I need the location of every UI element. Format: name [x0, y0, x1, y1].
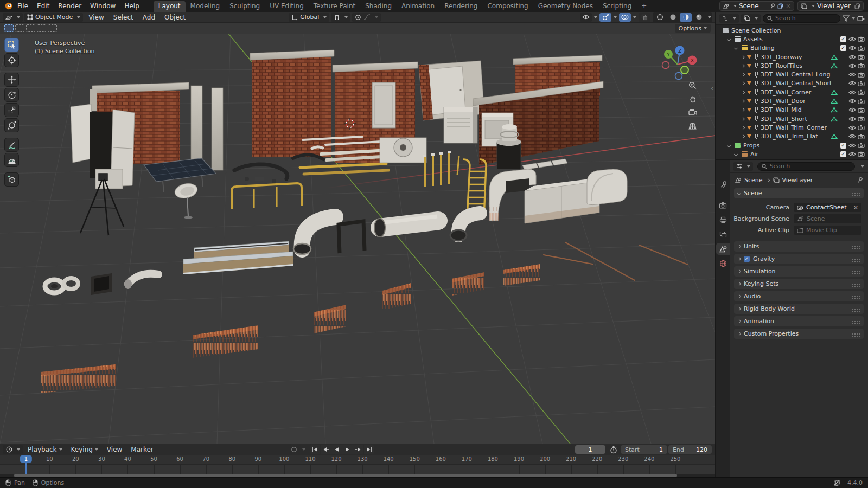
sidebar-collapse-arrow[interactable]: ‹	[711, 85, 713, 92]
outliner-row[interactable]: 3DT_Wall_Central_Short ✓	[716, 79, 868, 88]
collapse-chevron[interactable]	[734, 152, 738, 156]
ortho-toggle-button[interactable]	[686, 120, 699, 132]
hide-eye-icon[interactable]	[848, 125, 856, 130]
copy-scene-icon[interactable]	[777, 3, 783, 9]
dark-open-box[interactable]	[91, 273, 112, 295]
breadcrumb-viewlayer[interactable]: ViewLayer	[782, 177, 813, 184]
pipe-elbow-large[interactable]	[450, 213, 480, 241]
outliner-row[interactable]: Building ✓	[716, 44, 868, 53]
concrete-pillars[interactable]	[191, 86, 223, 170]
workspace-tab[interactable]: Layout	[154, 1, 186, 12]
properties-panel-header[interactable]: Keying Sets	[734, 279, 864, 289]
outliner-row[interactable]: 3DT_Wall_Mid ✓	[716, 106, 868, 114]
workspace-tab[interactable]: Scripting	[598, 1, 636, 12]
timeline-editor-type-button[interactable]	[3, 445, 23, 454]
tab-viewlayer[interactable]	[716, 228, 730, 240]
hide-eye-icon[interactable]	[848, 55, 856, 60]
outliner-row[interactable]: 3DT_Wall_Short ✓	[716, 114, 868, 123]
select-mode-subtract[interactable]	[26, 24, 35, 32]
disable-render-icon[interactable]	[858, 134, 865, 139]
pin-icon[interactable]	[857, 177, 863, 183]
workspace-tab[interactable]: Compositing	[482, 1, 533, 12]
play-reverse-button[interactable]	[331, 445, 342, 454]
roof-fan-unit[interactable]	[380, 138, 426, 163]
outliner-row[interactable]: 3DT_Wall_Trim_Flat ✓	[716, 132, 868, 141]
select-mode-intersect[interactable]	[48, 24, 57, 32]
disable-render-icon[interactable]	[858, 63, 865, 68]
properties-panel-header[interactable]: Custom Properties	[734, 329, 864, 339]
timeline-menu[interactable]: View	[103, 446, 126, 453]
rotate-tool[interactable]	[4, 88, 19, 102]
transform-orientation-dropdown[interactable]: Global	[289, 13, 329, 22]
add-cube-tool[interactable]	[4, 172, 19, 187]
disable-render-icon[interactable]	[858, 99, 865, 104]
disable-render-icon[interactable]	[858, 107, 865, 113]
hide-eye-icon[interactable]	[848, 143, 856, 148]
tab-scene[interactable]	[716, 243, 730, 255]
outliner-row[interactable]: 3DT_Wall_Corner ✓	[716, 88, 868, 97]
collapse-chevron[interactable]	[727, 37, 731, 41]
current-frame-badge[interactable]: 1	[20, 455, 32, 463]
disable-render-icon[interactable]	[858, 125, 865, 130]
exclude-checkbox[interactable]: ✓	[840, 45, 846, 51]
disable-render-icon[interactable]	[858, 151, 865, 157]
gizmo-x-neg[interactable]	[662, 62, 669, 69]
pipe-rings[interactable]	[45, 278, 78, 293]
topbar-menu[interactable]: Edit	[33, 1, 54, 11]
outliner-row[interactable]: 3DT_Wall_Trim_Corner ✓	[716, 123, 868, 132]
disable-render-icon[interactable]	[858, 81, 865, 86]
scene-panel-header[interactable]: Scene	[734, 188, 864, 198]
jump-to-end-button[interactable]	[364, 445, 374, 454]
properties-panel-header[interactable]: Animation	[734, 316, 864, 326]
add-workspace-button[interactable]: +	[636, 1, 652, 12]
outliner-row[interactable]: Assets ✓	[716, 35, 868, 43]
viewport-menu[interactable]: View	[85, 14, 107, 21]
topbar-menu[interactable]: File	[13, 1, 33, 11]
expand-chevron[interactable]	[741, 126, 745, 130]
exclude-checkbox[interactable]: ✓	[840, 151, 846, 157]
tab-tool[interactable]	[716, 178, 730, 190]
workspace-tab[interactable]: Animation	[397, 1, 439, 12]
satellite-dish[interactable]	[174, 182, 199, 219]
select-box-tool[interactable]	[4, 38, 19, 52]
disable-render-icon[interactable]	[858, 46, 865, 51]
next-keyframe-button[interactable]	[353, 445, 363, 454]
outliner-row[interactable]: Scene Collection ✓	[716, 26, 868, 35]
expand-chevron[interactable]	[741, 99, 745, 103]
field-value[interactable]: ContactSheet ×	[794, 203, 861, 212]
disable-render-icon[interactable]	[858, 89, 865, 95]
panel-drag-handle[interactable]	[852, 193, 853, 194]
hide-eye-icon[interactable]	[848, 152, 856, 157]
shading-material-button[interactable]	[680, 13, 692, 22]
viewport-scene[interactable]	[0, 34, 715, 444]
dark-pipes[interactable]	[234, 155, 323, 183]
workspace-tab[interactable]: UV Editing	[265, 1, 309, 12]
disable-render-icon[interactable]	[858, 36, 865, 42]
rust-scratches[interactable]	[544, 242, 688, 280]
outliner-row[interactable]: 3DT_Wall_Central_Long ✓	[716, 70, 868, 79]
hide-eye-icon[interactable]	[848, 72, 856, 77]
frame-end-field[interactable]: End120	[668, 445, 712, 454]
hide-eye-icon[interactable]	[848, 81, 856, 86]
tab-output[interactable]	[716, 214, 730, 226]
rust-decal-1[interactable]	[41, 364, 116, 393]
breadcrumb-scene[interactable]: Scene	[744, 177, 763, 184]
field-value[interactable]: Scene	[794, 214, 861, 223]
expand-chevron[interactable]	[741, 81, 745, 85]
auto-keying-toggle[interactable]	[288, 445, 300, 454]
hide-eye-icon[interactable]	[848, 107, 856, 112]
pipe-cylinder[interactable]	[374, 216, 438, 237]
hide-eye-icon[interactable]	[848, 117, 856, 121]
gravity-checkbox[interactable]: ✓	[744, 256, 750, 262]
options-dropdown[interactable]: Options	[675, 24, 711, 33]
disable-render-icon[interactable]	[858, 143, 865, 148]
pan-hand-button[interactable]	[686, 93, 699, 105]
panel-drag-handle[interactable]	[852, 333, 853, 335]
timeline-menu[interactable]: Keying	[67, 446, 102, 453]
stopwatch-icon[interactable]	[610, 446, 617, 454]
proportional-editing-dropdown[interactable]	[352, 13, 381, 22]
rust-decal-2[interactable]	[193, 325, 258, 358]
select-mode-extend[interactable]	[15, 24, 24, 32]
properties-header-menu[interactable]	[861, 165, 864, 168]
exclude-checkbox[interactable]: ✓	[840, 36, 846, 42]
